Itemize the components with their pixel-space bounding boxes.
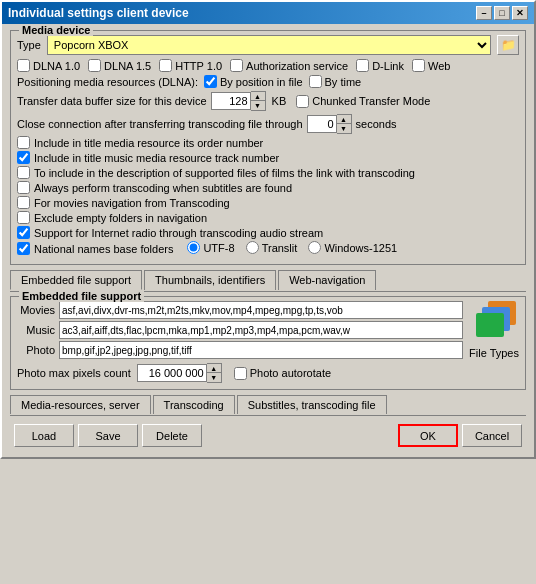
bottom-right-buttons: OK Cancel xyxy=(398,424,522,447)
translit-text: Translit xyxy=(262,242,298,254)
win1251-label[interactable]: Windows-1251 xyxy=(308,241,397,254)
tab-thumbnails[interactable]: Thumbnails, identifiers xyxy=(144,270,276,290)
media-device-label: Media device xyxy=(19,24,93,36)
authservice-checkbox-label[interactable]: Authorization service xyxy=(230,59,348,72)
checkline-0-label: Include in title media resource its orde… xyxy=(34,137,263,149)
http10-checkbox-label[interactable]: HTTP 1.0 xyxy=(159,59,222,72)
authservice-checkbox[interactable] xyxy=(230,59,243,72)
checkline-4-cb[interactable] xyxy=(17,196,30,209)
checkline-5: Exclude empty folders in navigation xyxy=(17,211,519,224)
cancel-button[interactable]: Cancel xyxy=(462,424,522,447)
movies-input[interactable] xyxy=(59,301,463,319)
checkline-6: Support for Internet radio through trans… xyxy=(17,226,519,239)
utf8-radio[interactable] xyxy=(187,241,200,254)
delete-button[interactable]: Delete xyxy=(142,424,202,447)
maximize-button[interactable]: □ xyxy=(494,6,510,20)
tab-subtitles[interactable]: Substitles, transcoding file xyxy=(237,395,387,414)
checkline-6-label: Support for Internet radio through trans… xyxy=(34,227,323,239)
photo-input[interactable] xyxy=(59,341,463,359)
tab-media-resources[interactable]: Media-resources, server xyxy=(10,395,151,414)
checkline-4: For movies navigation from Transcoding xyxy=(17,196,519,209)
photo-autorotate-checkbox[interactable] xyxy=(234,367,247,380)
ok-button[interactable]: OK xyxy=(398,424,458,447)
transfer-label: Transfer data buffer size for this devic… xyxy=(17,95,207,107)
checkline-0: Include in title media resource its orde… xyxy=(17,136,519,149)
translit-label[interactable]: Translit xyxy=(246,241,298,254)
transfer-spinner: ▲ ▼ xyxy=(211,91,266,111)
authservice-label: Authorization service xyxy=(246,60,348,72)
close-conn-input[interactable] xyxy=(307,115,337,133)
close-conn-row: Close connection after transferring tran… xyxy=(17,114,519,134)
type-row: Type Popcorn XBOX 📁 xyxy=(17,35,519,55)
file-types-button[interactable]: File Types xyxy=(469,301,519,359)
photo-row: Photo xyxy=(17,341,463,359)
by-position-checkbox[interactable] xyxy=(204,75,217,88)
checkline-2-cb[interactable] xyxy=(17,166,30,179)
dlna15-checkbox[interactable] xyxy=(88,59,101,72)
music-row: Music xyxy=(17,321,463,339)
tab-transcoding[interactable]: Transcoding xyxy=(153,395,235,414)
checkline-3-cb[interactable] xyxy=(17,181,30,194)
dlna10-checkbox[interactable] xyxy=(17,59,30,72)
save-button[interactable]: Save xyxy=(78,424,138,447)
by-time-label[interactable]: By time xyxy=(309,75,362,88)
checkline-6-cb[interactable] xyxy=(17,226,30,239)
close-conn-up-btn[interactable]: ▲ xyxy=(337,115,351,124)
photo-max-up-btn[interactable]: ▲ xyxy=(207,364,221,373)
checkline-7-cb[interactable] xyxy=(17,242,30,255)
tab-web-navigation[interactable]: Web-navigation xyxy=(278,270,376,290)
checkline-7-label: National names base folders xyxy=(34,243,173,255)
by-position-label[interactable]: By position in file xyxy=(204,75,303,88)
tabs1-row: Embedded file support Thumbnails, identi… xyxy=(10,270,526,290)
close-conn-label: Close connection after transferring tran… xyxy=(17,118,303,130)
music-label: Music xyxy=(17,324,55,336)
dlna10-checkbox-label[interactable]: DLNA 1.0 xyxy=(17,59,80,72)
checkline-1-cb[interactable] xyxy=(17,151,30,164)
dlna10-label: DLNA 1.0 xyxy=(33,60,80,72)
folder-button[interactable]: 📁 xyxy=(497,35,519,55)
embedded-support-label: Embedded file support xyxy=(19,290,144,302)
chunked-label[interactable]: Chunked Transfer Mode xyxy=(296,95,430,108)
checkline-2: To include in the description of support… xyxy=(17,166,519,179)
media-device-group: Media device Type Popcorn XBOX 📁 DLNA 1.… xyxy=(10,30,526,265)
close-conn-down-btn[interactable]: ▼ xyxy=(337,124,351,133)
photo-max-spinner-btns: ▲ ▼ xyxy=(207,363,222,383)
http10-checkbox[interactable] xyxy=(159,59,172,72)
minimize-button[interactable]: – xyxy=(476,6,492,20)
window-title: Individual settings client device xyxy=(8,6,189,20)
music-input[interactable] xyxy=(59,321,463,339)
by-time-checkbox[interactable] xyxy=(309,75,322,88)
web-checkbox[interactable] xyxy=(412,59,425,72)
transfer-input[interactable] xyxy=(211,92,251,110)
translit-radio[interactable] xyxy=(246,241,259,254)
file-types-area: Movies Music Photo xyxy=(17,301,519,361)
dlink-checkbox[interactable] xyxy=(356,59,369,72)
transfer-up-btn[interactable]: ▲ xyxy=(251,92,265,101)
checkline-1-label: Include in title music media resource tr… xyxy=(34,152,279,164)
tabs2-row: Media-resources, server Transcoding Subs… xyxy=(10,395,526,414)
photo-max-spinner: ▲ ▼ xyxy=(137,363,222,383)
photo-max-input[interactable] xyxy=(137,364,207,382)
bottom-buttons: Load Save Delete OK Cancel xyxy=(10,420,526,451)
utf8-label[interactable]: UTF-8 xyxy=(187,241,234,254)
dlna15-checkbox-label[interactable]: DLNA 1.5 xyxy=(88,59,151,72)
by-time-text: By time xyxy=(325,76,362,88)
dlink-checkbox-label[interactable]: D-Link xyxy=(356,59,404,72)
win1251-radio[interactable] xyxy=(308,241,321,254)
photo-max-down-btn[interactable]: ▼ xyxy=(207,373,221,382)
type-select[interactable]: Popcorn XBOX xyxy=(47,35,491,55)
tab-embedded-file-support[interactable]: Embedded file support xyxy=(10,270,142,290)
utf8-text: UTF-8 xyxy=(203,242,234,254)
photo-autorotate-label[interactable]: Photo autorotate xyxy=(234,367,331,380)
chunked-checkbox[interactable] xyxy=(296,95,309,108)
dlna-checkboxes-row: DLNA 1.0 DLNA 1.5 HTTP 1.0 Authorization… xyxy=(17,59,519,72)
transfer-spinner-btns: ▲ ▼ xyxy=(251,91,266,111)
tabs2-section: Media-resources, server Transcoding Subs… xyxy=(10,395,526,416)
close-button[interactable]: ✕ xyxy=(512,6,528,20)
main-window: Individual settings client device – □ ✕ … xyxy=(0,0,536,459)
checkline-0-cb[interactable] xyxy=(17,136,30,149)
web-checkbox-label[interactable]: Web xyxy=(412,59,450,72)
load-button[interactable]: Load xyxy=(14,424,74,447)
checkline-5-cb[interactable] xyxy=(17,211,30,224)
transfer-down-btn[interactable]: ▼ xyxy=(251,101,265,110)
